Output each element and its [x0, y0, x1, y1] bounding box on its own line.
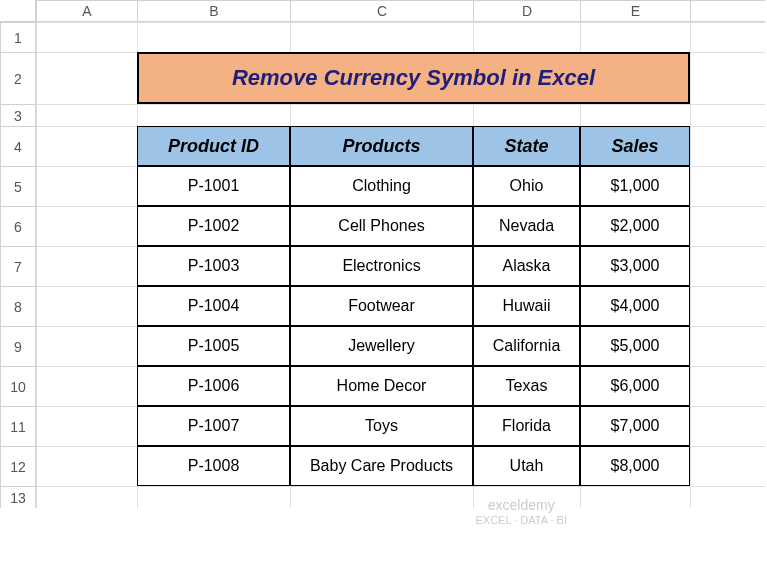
cell-e1[interactable]: [580, 22, 690, 52]
cell-a13[interactable]: [36, 486, 137, 508]
cell-f11[interactable]: [690, 406, 765, 446]
cell-f10[interactable]: [690, 366, 765, 406]
spreadsheet-grid: A B C D E 1 2 Remove Currency Symbol in …: [0, 0, 767, 508]
table-cell[interactable]: Cell Phones: [290, 206, 473, 246]
cell-a12[interactable]: [36, 446, 137, 486]
cell-a3[interactable]: [36, 104, 137, 126]
watermark-brand: exceldemy: [476, 497, 568, 514]
table-cell[interactable]: $6,000: [580, 366, 690, 406]
cell-f3[interactable]: [690, 104, 765, 126]
cell-a6[interactable]: [36, 206, 137, 246]
cell-a4[interactable]: [36, 126, 137, 166]
cell-e13[interactable]: [580, 486, 690, 508]
row-header-5[interactable]: 5: [0, 166, 36, 206]
grid-corner: [0, 0, 36, 22]
cell-b3[interactable]: [137, 104, 290, 126]
col-header-b[interactable]: B: [137, 0, 290, 22]
row-header-1[interactable]: 1: [0, 22, 36, 52]
col-header-blank[interactable]: [690, 0, 765, 22]
table-cell[interactable]: P-1005: [137, 326, 290, 366]
table-cell[interactable]: P-1008: [137, 446, 290, 486]
cell-e3[interactable]: [580, 104, 690, 126]
cell-f9[interactable]: [690, 326, 765, 366]
cell-f4[interactable]: [690, 126, 765, 166]
cell-f12[interactable]: [690, 446, 765, 486]
table-cell[interactable]: $8,000: [580, 446, 690, 486]
cell-a1[interactable]: [36, 22, 137, 52]
watermark-tagline: EXCEL · DATA · BI: [476, 514, 568, 527]
cell-c1[interactable]: [290, 22, 473, 52]
col-header-c[interactable]: C: [290, 0, 473, 22]
table-cell[interactable]: Clothing: [290, 166, 473, 206]
row-header-12[interactable]: 12: [0, 446, 36, 486]
table-cell[interactable]: Utah: [473, 446, 580, 486]
row-header-6[interactable]: 6: [0, 206, 36, 246]
col-header-d[interactable]: D: [473, 0, 580, 22]
cell-f7[interactable]: [690, 246, 765, 286]
header-product-id[interactable]: Product ID: [137, 126, 290, 166]
cell-f8[interactable]: [690, 286, 765, 326]
table-cell[interactable]: P-1001: [137, 166, 290, 206]
table-cell[interactable]: Toys: [290, 406, 473, 446]
cell-f2[interactable]: [690, 52, 765, 104]
cell-a11[interactable]: [36, 406, 137, 446]
table-cell[interactable]: Electronics: [290, 246, 473, 286]
table-cell[interactable]: Nevada: [473, 206, 580, 246]
header-sales[interactable]: Sales: [580, 126, 690, 166]
table-cell[interactable]: $2,000: [580, 206, 690, 246]
col-header-e[interactable]: E: [580, 0, 690, 22]
table-cell[interactable]: P-1007: [137, 406, 290, 446]
table-cell[interactable]: Ohio: [473, 166, 580, 206]
cell-f13[interactable]: [690, 486, 765, 508]
table-cell[interactable]: $5,000: [580, 326, 690, 366]
cell-f6[interactable]: [690, 206, 765, 246]
table-cell[interactable]: Texas: [473, 366, 580, 406]
watermark: exceldemy EXCEL · DATA · BI: [476, 497, 568, 527]
row-header-9[interactable]: 9: [0, 326, 36, 366]
table-cell[interactable]: Alaska: [473, 246, 580, 286]
header-products[interactable]: Products: [290, 126, 473, 166]
cell-c3[interactable]: [290, 104, 473, 126]
row-header-7[interactable]: 7: [0, 246, 36, 286]
cell-b13[interactable]: [137, 486, 290, 508]
row-header-2[interactable]: 2: [0, 52, 36, 104]
header-state[interactable]: State: [473, 126, 580, 166]
cell-a5[interactable]: [36, 166, 137, 206]
table-cell[interactable]: Home Decor: [290, 366, 473, 406]
row-header-8[interactable]: 8: [0, 286, 36, 326]
row-header-11[interactable]: 11: [0, 406, 36, 446]
table-cell[interactable]: California: [473, 326, 580, 366]
cell-b1[interactable]: [137, 22, 290, 52]
col-header-a[interactable]: A: [36, 0, 137, 22]
row-header-13[interactable]: 13: [0, 486, 36, 508]
table-cell[interactable]: $3,000: [580, 246, 690, 286]
table-cell[interactable]: P-1002: [137, 206, 290, 246]
cell-a8[interactable]: [36, 286, 137, 326]
cell-c13[interactable]: [290, 486, 473, 508]
table-cell[interactable]: P-1004: [137, 286, 290, 326]
table-cell[interactable]: $1,000: [580, 166, 690, 206]
table-cell[interactable]: P-1003: [137, 246, 290, 286]
table-cell[interactable]: $4,000: [580, 286, 690, 326]
cell-a10[interactable]: [36, 366, 137, 406]
cell-f1[interactable]: [690, 22, 765, 52]
cell-a9[interactable]: [36, 326, 137, 366]
table-cell[interactable]: $7,000: [580, 406, 690, 446]
cell-d3[interactable]: [473, 104, 580, 126]
table-cell[interactable]: Footwear: [290, 286, 473, 326]
row-header-4[interactable]: 4: [0, 126, 36, 166]
row-header-10[interactable]: 10: [0, 366, 36, 406]
table-cell[interactable]: Baby Care Products: [290, 446, 473, 486]
table-cell[interactable]: Huwaii: [473, 286, 580, 326]
table-cell[interactable]: Florida: [473, 406, 580, 446]
table-cell[interactable]: Jewellery: [290, 326, 473, 366]
row-header-3[interactable]: 3: [0, 104, 36, 126]
title-cell[interactable]: Remove Currency Symbol in Excel: [137, 52, 690, 104]
cell-a2[interactable]: [36, 52, 137, 104]
cell-a7[interactable]: [36, 246, 137, 286]
cell-d1[interactable]: [473, 22, 580, 52]
table-cell[interactable]: P-1006: [137, 366, 290, 406]
cell-f5[interactable]: [690, 166, 765, 206]
